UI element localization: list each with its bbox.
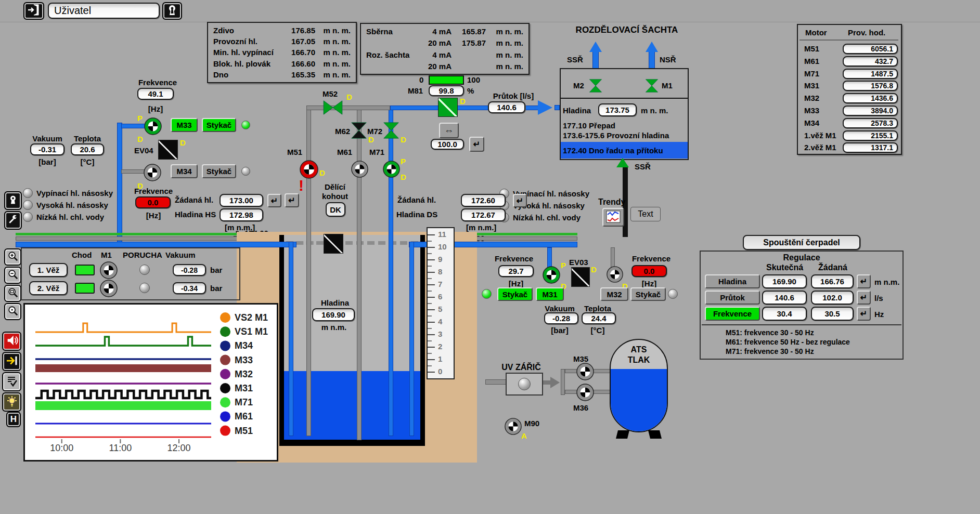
logout-button[interactable]	[23, 2, 44, 20]
pump-M71[interactable]	[383, 161, 400, 178]
pump-M36[interactable]	[576, 384, 594, 401]
m81-setpoint-field[interactable]: 100.0	[431, 139, 464, 150]
regulace-set-field[interactable]: 30.5	[811, 307, 854, 321]
motor-name: 1.věž M1	[804, 131, 836, 140]
zoom-out-button[interactable]	[4, 267, 21, 284]
ds-enter-button[interactable]	[513, 194, 527, 207]
ev03-instrument[interactable]	[571, 267, 590, 287]
m81-pct: %	[467, 86, 474, 95]
shaft-row-prepad: 177.10 Přepad	[563, 121, 615, 130]
regulace-enter-button[interactable]	[857, 291, 871, 305]
hs-zadana-label: Žádaná hl.	[175, 195, 213, 204]
user-field[interactable]: Uživatel	[48, 3, 160, 19]
tower-m1-pump[interactable]	[100, 280, 118, 297]
valve-M72[interactable]	[383, 121, 399, 140]
motor-col-header: Motor	[805, 28, 827, 37]
m34-stykac-button[interactable]: Stykač	[202, 164, 236, 178]
trend-chart-panel: 10:0011:0012:00VS2 M1VS1 M1M34M33M32M31M…	[23, 303, 278, 462]
ruler-label: 2	[438, 342, 442, 351]
alarm-horn-button[interactable]	[2, 332, 21, 351]
tank-level-instrument[interactable]	[324, 234, 343, 254]
lamp-test-button[interactable]	[2, 392, 21, 412]
pump-M90[interactable]	[505, 418, 522, 435]
m32-stykac-button[interactable]: Stykač	[630, 287, 666, 301]
regulace-set-field[interactable]: 102.0	[811, 291, 854, 305]
col-zadana: Žádaná	[818, 263, 847, 272]
login-key-button[interactable]	[162, 2, 182, 20]
m32-drop-pipe	[611, 247, 615, 267]
regulace-param-button[interactable]: Průtok	[705, 291, 760, 305]
m33-button[interactable]: M33	[171, 118, 198, 132]
m31-stykac-button[interactable]: Stykač	[497, 287, 533, 301]
info-row: Zdivo176.85m n. m.	[213, 26, 351, 35]
ats-vessel: ATS TLAK	[610, 339, 668, 432]
m34-button[interactable]: M34	[171, 164, 198, 178]
pump-M35[interactable]	[576, 363, 594, 380]
text-button[interactable]: Text	[630, 207, 661, 221]
pump-M31[interactable]	[543, 266, 560, 284]
pump-M33[interactable]	[144, 117, 162, 135]
hs-enter-button[interactable]	[267, 194, 281, 207]
ats-label-1: ATS	[611, 345, 667, 354]
pump-M34[interactable]	[144, 164, 161, 181]
ruler-minor-tick	[428, 353, 432, 354]
m81-control-valve[interactable]	[438, 98, 458, 117]
regulace-enter-button[interactable]	[857, 307, 871, 321]
scada-screen: Uživatel H Zdivo176.85m n. m.Provozní hl…	[0, 0, 980, 514]
hs-zadana-field[interactable]: 173.00	[220, 194, 263, 207]
ev04-instrument[interactable]	[158, 140, 178, 160]
info-value: 165.35	[285, 70, 315, 79]
home-button[interactable]: H	[6, 412, 21, 427]
shaft-out-left-arrow	[589, 42, 602, 52]
zoom-reset-button[interactable]	[4, 303, 21, 320]
teplota-field: 20.6	[71, 143, 104, 155]
sidebar-key-button[interactable]	[4, 191, 22, 210]
pump-M51[interactable]	[300, 160, 318, 179]
valve-M52[interactable]	[320, 100, 345, 115]
motor-hours-field: 1576.8	[843, 81, 898, 91]
ats-leg-right	[648, 430, 662, 439]
alarm-ack-button[interactable]	[2, 372, 21, 391]
dk-button[interactable]: DK	[326, 202, 345, 217]
svg-text:10:00: 10:00	[50, 443, 73, 453]
zoom-in-button[interactable]	[4, 248, 21, 266]
valve-M1[interactable]	[645, 75, 659, 97]
motor-name: M61	[804, 57, 819, 65]
tower-m1-pump[interactable]	[100, 261, 118, 279]
valve-M62[interactable]	[351, 121, 367, 140]
spousteni-cerpadel-button[interactable]: Spouštění čerpadel	[743, 235, 860, 250]
uv-inlet-pipe	[485, 379, 506, 385]
trend-chart-icon	[606, 210, 621, 225]
m32-button[interactable]: M32	[600, 287, 628, 301]
g33-p-flag: P	[137, 114, 143, 123]
cooling-riser-pipe	[117, 123, 122, 246]
regulace-param-button[interactable]: Frekvence	[705, 307, 760, 321]
m81-enter-button[interactable]	[469, 137, 484, 152]
valve-M2[interactable]	[589, 75, 602, 97]
pump-M32[interactable]	[607, 266, 623, 283]
sidebar-tools-button[interactable]	[4, 211, 22, 230]
ruler-minor-tick	[428, 340, 432, 341]
trend-chart-button[interactable]	[602, 208, 624, 227]
info-unit: m n. m.	[315, 48, 351, 57]
m31-button[interactable]: M31	[536, 287, 564, 301]
tank-water	[284, 371, 420, 440]
regulace-param-button[interactable]: Hladina	[705, 274, 760, 288]
alarm-exit-button[interactable]	[2, 352, 21, 371]
ruler-label: 5	[438, 305, 442, 313]
tower-button[interactable]: 1. Věž	[29, 263, 68, 277]
pump-M61[interactable]	[351, 161, 368, 178]
m81-slider-button[interactable]	[439, 123, 459, 138]
tower-button[interactable]: 2. Věž	[29, 281, 68, 295]
regulace-set-field[interactable]: 166.76	[811, 274, 854, 288]
m33-stykac-button[interactable]: Stykač	[202, 118, 236, 132]
m51-enter-button[interactable]	[285, 193, 299, 207]
regulace-enter-button[interactable]	[857, 274, 871, 288]
ds-zadana-field[interactable]: 172.60	[461, 194, 506, 207]
zoom-window-button[interactable]	[4, 285, 21, 302]
vs-vakuum-label: Vakuum	[541, 304, 578, 313]
nsr-out-label: NSŘ	[660, 55, 676, 64]
feed-pipe-left	[16, 242, 296, 247]
tank-wall-bottom	[279, 440, 425, 446]
regulace-unit: l/s	[874, 294, 883, 302]
